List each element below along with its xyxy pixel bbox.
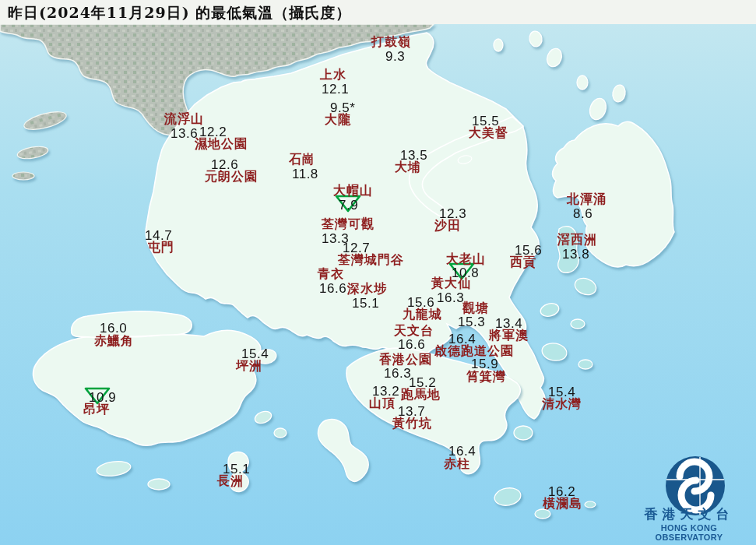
hko-logo-name-cn: 香港天文台 [627, 505, 751, 523]
station-name-label: 元朗公園 [205, 171, 258, 183]
station-value-label: 11.8 [292, 167, 318, 181]
station-value-label: 13.8 [562, 248, 589, 261]
station-value-label: 16.6 [319, 282, 346, 295]
station-value-label: 16.3 [437, 291, 464, 304]
station-value-label: 16.2 [548, 485, 575, 498]
station-value-label: 10.9 [89, 391, 116, 404]
hko-logo: 香港天文台 HONG KONG OBSERVATORY [627, 504, 751, 542]
station-name-label: 荃灣可觀 [322, 218, 374, 230]
station-name-label: 青衣 [318, 268, 344, 280]
station-name-label: 荃灣城門谷 [338, 254, 404, 266]
station-value-label: 16.4 [448, 445, 476, 458]
station-value-label: 15.1 [223, 462, 250, 476]
station-value-label: 16.6 [398, 338, 425, 351]
station-name-label: 屯門 [148, 241, 174, 254]
station-name-label: 打鼓嶺 [371, 36, 411, 48]
station-name-label: 赤鱲角 [94, 335, 134, 347]
station-value-label: 15.6 [407, 296, 434, 309]
station-name-label: 赤柱 [444, 458, 470, 470]
station-name-label: 黃竹坑 [392, 417, 432, 430]
station-name-label: 山頂 [369, 397, 396, 410]
station-value-label: 16.4 [448, 332, 476, 346]
station-name-label: 啟德跑道公園 [434, 345, 514, 357]
station-name-label: 深水埗 [347, 283, 387, 295]
station-name-label: 上水 [320, 69, 346, 81]
station-value-label: 12.3 [439, 207, 466, 220]
station-value-label: 9.3 [385, 50, 405, 63]
station-name-label: 將軍澳 [489, 329, 529, 342]
station-name-label: 流浮山 [164, 113, 204, 125]
station-value-label: 12.6 [211, 158, 238, 171]
station-name-label: 大老山 [446, 253, 486, 265]
hko-logo-name-en: HONG KONG OBSERVATORY [627, 523, 751, 542]
station-name-label: 大埔 [395, 161, 421, 174]
station-value-label: 15.9 [471, 357, 498, 371]
station-value-label: 13.6 [171, 127, 198, 140]
station-value-label: 13.7 [398, 405, 425, 418]
station-name-label: 九龍城 [403, 308, 442, 321]
station-name-label: 大隴 [325, 114, 351, 126]
station-value-label: 16.3 [384, 367, 411, 380]
page-title: 昨日(2024年11月29日) 的最低氣溫（攝氏度） [8, 3, 351, 23]
station-value-label: 15.6 [515, 244, 542, 257]
station-value-label: 7.9 [339, 199, 358, 212]
station-value-label: 8.6 [573, 207, 592, 220]
station-name-label: 濕地公園 [195, 138, 248, 150]
station-value-label: 9.5* [330, 101, 355, 114]
station-name-label: 大帽山 [333, 185, 373, 197]
station-value-label: 15.5 [472, 114, 499, 128]
station-name-label: 坪洲 [236, 360, 262, 372]
station-name-label: 長洲 [217, 475, 244, 487]
station-name-label: 大美督 [469, 127, 508, 139]
station-name-label: 滘西洲 [557, 234, 597, 246]
station-value-label: 13.5 [400, 149, 427, 162]
station-name-label: 西貢 [510, 256, 536, 269]
station-value-label: 15.4 [548, 385, 575, 399]
stations-layer: 打鼓嶺9.3上水12.1大隴9.5*流浮山13.6濕地公園12.2大美督15.5… [0, 0, 756, 545]
station-value-label: 12.1 [322, 83, 349, 96]
station-name-label: 清水灣 [542, 398, 582, 410]
station-value-label: 15.4 [241, 347, 269, 360]
station-value-label: 15.1 [352, 297, 379, 310]
station-name-label: 天文台 [394, 325, 434, 337]
weather-map-screen: 昨日(2024年11月29日) 的最低氣溫（攝氏度） 打鼓嶺9.3上水12.1大… [0, 0, 756, 545]
station-value-label: 13.4 [495, 317, 522, 330]
station-value-label: 14.7 [145, 229, 172, 242]
station-name-label: 筲箕灣 [466, 371, 506, 383]
station-value-label: 12.2 [199, 125, 227, 139]
station-name-label: 香港公園 [379, 353, 432, 366]
station-value-label: 15.2 [409, 376, 436, 389]
station-value-label: 12.7 [343, 241, 370, 255]
station-name-label: 觀塘 [462, 302, 489, 315]
station-name-label: 橫瀾島 [543, 498, 582, 510]
station-value-label: 10.8 [452, 266, 479, 280]
station-name-label: 北潭涌 [567, 193, 607, 206]
station-name-label: 昂坪 [83, 403, 110, 416]
station-value-label: 16.0 [100, 322, 127, 335]
station-name-label: 石崗 [289, 153, 315, 166]
station-name-label: 跑馬地 [401, 389, 441, 401]
station-value-label: 13.2 [372, 385, 399, 398]
station-name-label: 沙田 [434, 220, 461, 232]
station-value-label: 15.3 [458, 315, 485, 329]
